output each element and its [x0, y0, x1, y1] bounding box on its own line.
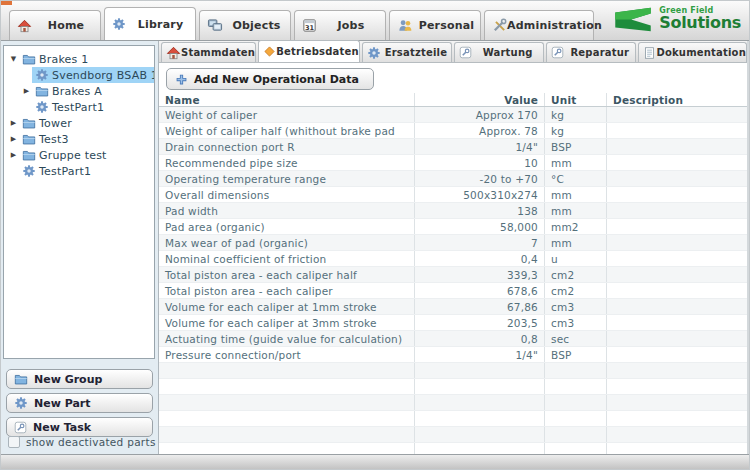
- cell-value: 58,000: [415, 219, 545, 234]
- cell-name: Nominal coefficient of friction: [159, 251, 415, 266]
- nav-tab-administration[interactable]: Administration: [484, 10, 594, 40]
- button-label: New Part: [34, 397, 91, 410]
- empty-cell: [545, 411, 607, 426]
- nav-tab-label: Personal: [413, 19, 480, 32]
- expander-right-icon[interactable]: ▶: [21, 87, 32, 95]
- tree-item-label: Svendborg BSAB 120: [52, 69, 155, 82]
- nav-tabs: HomeLibraryObjects31JobsPersonalAdminist…: [9, 7, 594, 40]
- tree-item-brakes-1[interactable]: ▼Brakes 1: [4, 51, 154, 67]
- cell-value: 1/4": [415, 347, 545, 362]
- top-nav-bar: HomeLibraryObjects31JobsPersonalAdminist…: [1, 1, 749, 41]
- table-row[interactable]: Volume for each caliper at 1mm stroke67,…: [159, 299, 747, 315]
- table-row[interactable]: Pressure connection/port1/4"BSP: [159, 347, 747, 363]
- tree-item-tower[interactable]: ▶Tower: [4, 115, 154, 131]
- empty-table-row: [159, 395, 747, 411]
- cell-value: 1/4": [415, 139, 545, 154]
- cell-unit: mm2: [545, 219, 607, 234]
- cell-description: [607, 267, 747, 282]
- tree-item-testpart1[interactable]: TestPart1: [4, 163, 154, 179]
- add-operational-data-button[interactable]: Add New Operational Data: [166, 68, 374, 90]
- cell-unit: mm: [545, 187, 607, 202]
- tab-betriebsdaten[interactable]: Betriebsdaten: [258, 40, 360, 62]
- cell-value: 0,4: [415, 251, 545, 266]
- table-row[interactable]: Total piston area - each caliper678,6cm2: [159, 283, 747, 299]
- table-row[interactable]: Nominal coefficient of friction0,4u: [159, 251, 747, 267]
- table-row[interactable]: Pad width138mm: [159, 203, 747, 219]
- empty-cell: [607, 379, 747, 394]
- tree-item-label: TestPart1: [39, 165, 91, 178]
- nav-tab-objects[interactable]: Objects: [199, 10, 291, 40]
- tree-item-label: Tower: [39, 117, 72, 130]
- folder-icon: [22, 133, 36, 146]
- cell-name: Weight of caliper: [159, 107, 415, 122]
- new-group-button[interactable]: New Group: [6, 369, 153, 389]
- empty-cell: [607, 443, 747, 454]
- tree-item-label: Brakes 1: [39, 53, 88, 66]
- table-row[interactable]: Actuating time (guide value for calculat…: [159, 331, 747, 347]
- tab-label: Stammdaten: [181, 47, 255, 58]
- tree-item-testpart1[interactable]: TestPart1: [4, 99, 154, 115]
- cell-unit: mm: [545, 155, 607, 170]
- expander-right-icon[interactable]: ▶: [8, 151, 19, 159]
- empty-cell: [159, 379, 415, 394]
- table-row[interactable]: Total piston area - each caliper half339…: [159, 267, 747, 283]
- tree-item-svendborg-bsab-120[interactable]: Svendborg BSAB 120: [4, 67, 154, 83]
- table-row[interactable]: Recommended pipe size10mm: [159, 155, 747, 171]
- cell-description: [607, 123, 747, 138]
- expander-right-icon[interactable]: ▶: [8, 119, 19, 127]
- cell-description: [607, 331, 747, 346]
- table-row[interactable]: Overall dimensions500x310x274mm: [159, 187, 747, 203]
- tab-stammdaten[interactable]: Stammdaten: [161, 42, 256, 62]
- brand-logo: Green Field Solutions: [612, 5, 741, 33]
- expander-down-icon[interactable]: ▼: [8, 55, 19, 63]
- status-bar: [1, 454, 749, 469]
- screen-corner-artifact: [1, 1, 12, 5]
- cell-unit: u: [545, 251, 607, 266]
- table-row[interactable]: Operating temperature range-20 to +70°C: [159, 171, 747, 187]
- empty-table-row: [159, 363, 747, 379]
- nav-tab-personal[interactable]: Personal: [389, 10, 481, 40]
- folder-icon: [22, 53, 36, 66]
- new-task-button[interactable]: New Task: [6, 417, 153, 437]
- table-row[interactable]: Pad area (organic)58,000mm2: [159, 219, 747, 235]
- tree-item-test3[interactable]: ▶Test3: [4, 131, 154, 147]
- nav-tab-home[interactable]: Home: [9, 10, 101, 40]
- table-row[interactable]: Weight of caliperApprox 170kg: [159, 107, 747, 123]
- cell-name: Pressure connection/port: [159, 347, 415, 362]
- cell-name: Actuating time (guide value for calculat…: [159, 331, 415, 346]
- show-deactivated-parts-row: show deactivated parts: [8, 436, 156, 448]
- tab-label: Reparatur: [564, 47, 635, 58]
- tab-dokumentation[interactable]: Dokumentation: [638, 42, 747, 62]
- cell-description: [607, 315, 747, 330]
- taskbox-icon: [551, 46, 564, 59]
- column-header-value[interactable]: Value: [415, 93, 545, 106]
- tab-wartung[interactable]: Wartung: [454, 42, 544, 62]
- table-row[interactable]: Max wear of pad (organic)7mm: [159, 235, 747, 251]
- show-deactivated-parts-checkbox[interactable]: [8, 436, 20, 448]
- tree-item-gruppe-test[interactable]: ▶Gruppe test: [4, 147, 154, 163]
- button-label: New Task: [33, 421, 91, 434]
- tab-reparatur[interactable]: Reparatur: [546, 42, 636, 62]
- tree-item-brakes-a[interactable]: ▶Brakes A: [4, 83, 154, 99]
- expander-right-icon[interactable]: ▶: [8, 135, 19, 143]
- brand-logo-text: Green Field Solutions: [659, 7, 741, 31]
- table-row[interactable]: Volume for each caliper at 3mm stroke203…: [159, 315, 747, 331]
- main-content: StammdatenBetriebsdatenErsatzteileWartun…: [159, 41, 749, 454]
- empty-cell: [415, 363, 545, 378]
- new-part-button[interactable]: New Part: [6, 393, 153, 413]
- cell-name: Pad width: [159, 203, 415, 218]
- column-header-description[interactable]: Description: [607, 93, 747, 106]
- column-header-unit[interactable]: Unit: [545, 93, 607, 106]
- cell-description: [607, 283, 747, 298]
- tab-ersatzteile[interactable]: Ersatzteile: [362, 42, 452, 62]
- nav-tab-jobs[interactable]: 31Jobs: [294, 10, 386, 40]
- tree-item-content: Svendborg BSAB 120: [32, 67, 155, 83]
- cell-value: 203,5: [415, 315, 545, 330]
- table-row[interactable]: Drain connection port R1/4"BSP: [159, 139, 747, 155]
- column-header-name[interactable]: Name: [159, 93, 415, 106]
- empty-cell: [159, 395, 415, 410]
- empty-cell: [415, 379, 545, 394]
- table-row[interactable]: Weight of caliper half (whithout brake p…: [159, 123, 747, 139]
- nav-tab-label: Home: [32, 19, 100, 32]
- nav-tab-library[interactable]: Library: [104, 7, 196, 40]
